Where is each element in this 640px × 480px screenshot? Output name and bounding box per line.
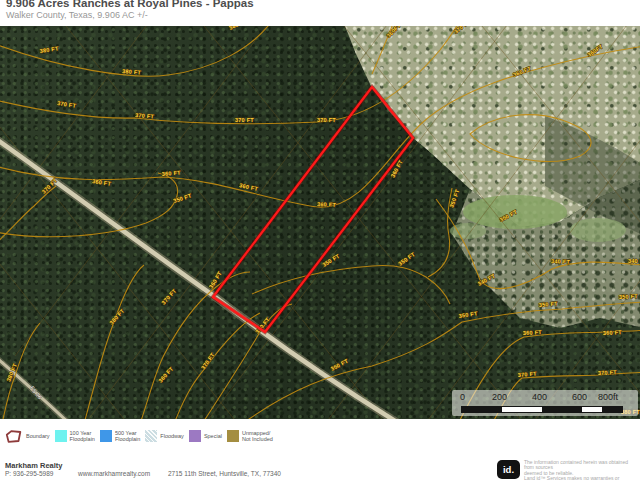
legend-swatch	[189, 430, 201, 442]
contour-elevation-label: 380 FT	[228, 26, 248, 31]
legend-label: Boundary	[26, 433, 50, 439]
legend-label: Special	[204, 433, 222, 439]
legend-item: Unmapped/Not Included	[227, 430, 273, 442]
contour-elevation-label: 370 FT	[317, 117, 336, 123]
contour-elevation-label: 350 FT	[172, 192, 192, 204]
aerial-map[interactable]: 380 FT380 FT380 FT370 FT370 FT370 FT370 …	[0, 26, 640, 419]
legend-label: 500 YearFloodplain	[115, 430, 140, 442]
parcel-line	[200, 26, 520, 419]
scale-tick-label: 400	[532, 392, 547, 402]
legend-item: 500 YearFloodplain	[100, 430, 140, 442]
boundary-outline-shape	[7, 431, 20, 442]
contour-elevation-label: 350 FT	[330, 358, 350, 372]
header: 9.906 Acres Ranches at Royal Pines - Pap…	[0, 0, 640, 26]
legend-item: 100 YearFloodplain	[55, 430, 95, 442]
contour-line	[140, 272, 250, 419]
map-overlay: 380 FT380 FT380 FT370 FT370 FT370 FT370 …	[0, 26, 640, 419]
contour-elevation-label: 340 FT	[477, 273, 497, 287]
contour-elevation-label: 360 FT	[92, 178, 112, 187]
legend-swatch	[55, 430, 67, 442]
contour-line	[0, 186, 56, 244]
scale-segment	[542, 407, 582, 412]
website-link[interactable]: www.markhamrealty.com	[78, 470, 150, 477]
page: 9.906 Acres Ranches at Royal Pines - Pap…	[0, 0, 640, 480]
legend-swatch	[100, 430, 112, 442]
grass-patch	[450, 223, 486, 239]
contour-elevation-label: 350 FT	[397, 251, 416, 267]
land-id-logo: id.	[497, 460, 520, 479]
contour-elevation-label: 350 FT	[458, 310, 478, 319]
scale-segment	[602, 407, 622, 412]
contour-elevation-label: 360 FT	[603, 329, 623, 336]
legend-item: Special	[189, 430, 222, 442]
boundary-outline-icon	[5, 429, 23, 444]
scale-tick-label: 600	[572, 392, 587, 402]
contour-elevation-label: 360FT	[385, 26, 402, 39]
disclaimer-line: Land id™ Services makes no warranties or…	[524, 476, 638, 480]
contour-elevation-label: 370 FT	[235, 117, 254, 123]
contour-elevation-label: 370 FT	[200, 351, 216, 370]
contour-elevation-label: 360 FT	[523, 329, 543, 336]
contour-elevation-label: 360 FT	[157, 365, 174, 383]
office-address: 2715 11th Street, Huntsville, TX, 77340	[168, 470, 281, 477]
contour-elevation-label: 370 FT	[57, 100, 77, 109]
legend-swatch	[145, 430, 157, 442]
legend-item: Boundary	[5, 429, 50, 444]
contour-elevation-label: 350 FT	[619, 293, 639, 300]
contour-line	[428, 188, 452, 277]
scale-tick-label: 0	[460, 392, 465, 402]
contour-elevation-label: 340 FT	[551, 258, 571, 265]
scale-segment	[462, 407, 502, 412]
scale-tick-label: 200	[492, 392, 507, 402]
legend-label: Floodway	[160, 433, 184, 439]
contour-elevation-label: 360 FT	[317, 201, 337, 208]
company-name: Markham Realty	[5, 461, 63, 470]
scale-bar: 0200400600800ft	[452, 390, 638, 416]
legend-item: Floodway	[145, 430, 184, 442]
contour-elevation-label: 340 FT	[628, 258, 640, 264]
contour-line	[84, 265, 144, 419]
contour-elevation-label: 360FT	[586, 43, 604, 58]
footer: Markham Realty P: 936-295-5989 www.markh…	[0, 456, 640, 480]
legend-swatch	[227, 430, 239, 442]
flood-legend: Boundary100 YearFloodplain500 YearFloodp…	[5, 421, 640, 451]
scale-segment	[502, 407, 542, 412]
legend-label: 100 YearFloodplain	[70, 430, 95, 442]
scale-bar-segments	[461, 406, 623, 413]
contour-elevation-label: 370 FT	[453, 26, 472, 35]
scale-tick-label: 800ft	[598, 392, 618, 402]
disclaimer-text: The information contained herein was obt…	[524, 460, 638, 480]
parcel-line	[0, 258, 128, 419]
contour-elevation-label: 360 FT	[162, 169, 182, 177]
contour-elevation-label: 380 FT	[39, 45, 59, 54]
contour-elevation-label: 370 FT	[598, 369, 618, 376]
contour-line	[174, 313, 260, 419]
phone-number: P: 936-295-5989	[5, 470, 53, 477]
contour-elevation-label: 380 FT	[108, 307, 125, 325]
contour-elevation-label: 350 FT	[539, 300, 559, 308]
scale-segment	[582, 407, 602, 412]
contour-elevation-label: 370 FT	[160, 287, 177, 305]
parcel-line	[208, 26, 510, 419]
page-title: 9.906 Acres Ranches at Royal Pines - Pap…	[6, 0, 254, 9]
page-subtitle: Walker County, Texas, 9.906 AC +/-	[6, 10, 148, 20]
legend-label: Unmapped/Not Included	[242, 430, 273, 442]
